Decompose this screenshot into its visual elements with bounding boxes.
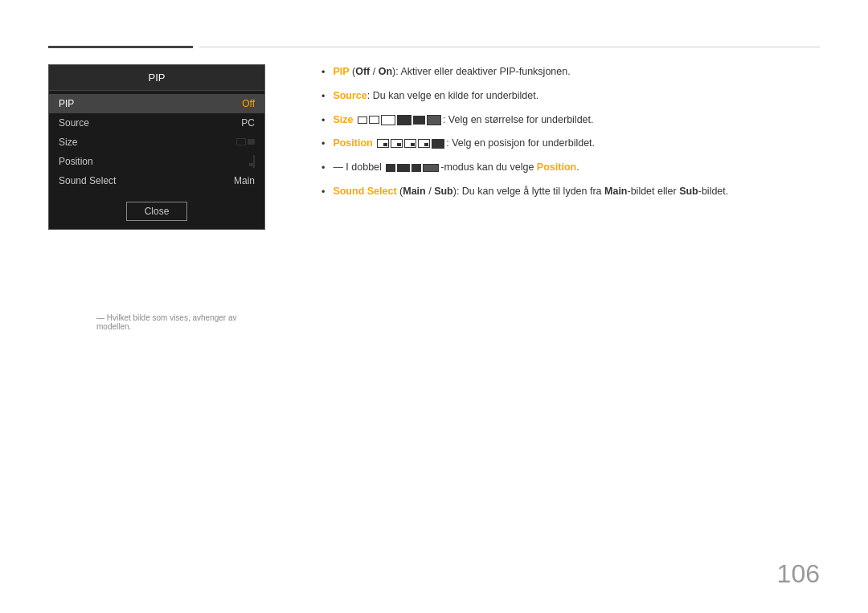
pip-menu: PIP Off Source PC Size [49, 91, 264, 194]
size-box-2 [369, 116, 379, 124]
bullet-source: Source: Du kan velge en kilde for underb… [321, 88, 820, 104]
size-icon-active [248, 139, 255, 145]
pos-icon-2 [391, 139, 403, 148]
bullet-size-text: Size : Velg en størrelse for underbildet… [333, 112, 593, 128]
bullet-position-text: Position : Velg en posisjon for underbil… [333, 136, 595, 151]
bullet-list: PIP (Off / On): Aktiver eller deaktiver … [321, 64, 820, 200]
divider-right [199, 47, 820, 47]
footnote: ― Hvilket bilde som vises, avhenger av m… [96, 313, 273, 331]
pip-item-label: PIP [59, 98, 74, 109]
page-container: PIP PIP Off Source PC Size [0, 0, 868, 613]
size-box-6 [427, 115, 441, 125]
top-divider [48, 47, 820, 47]
size-box-1 [358, 116, 367, 124]
bullet-position-double: ― I dobbel -modus kan du velge Position. [321, 160, 820, 176]
position-bold-ref: Position [537, 161, 576, 173]
pip-menu-item-size[interactable]: Size [49, 133, 264, 152]
dbl-icon-4 [423, 164, 439, 172]
pos-icon-3 [404, 139, 416, 148]
close-button[interactable]: Close [126, 202, 188, 221]
bullet-pip-text: PIP (Off / On): Aktiver eller deaktiver … [333, 64, 570, 80]
left-panel: PIP PIP Off Source PC Size [48, 64, 273, 230]
sub-label: Sub [434, 186, 453, 197]
position-item-value [253, 156, 255, 167]
sound-item-value: Main [234, 175, 255, 186]
size-inline-icons [358, 115, 441, 125]
pip-menu-item-sound[interactable]: Sound Select Main [49, 171, 264, 190]
bullet-size: Size : Velg en størrelse for underbildet… [321, 112, 820, 129]
bullet-pip: PIP (Off / On): Aktiver eller deaktiver … [321, 64, 820, 80]
source-item-value: PC [241, 117, 255, 129]
sound-select-label: Sound Select [333, 186, 396, 197]
divider-left [48, 46, 193, 48]
right-panel: PIP (Off / On): Aktiver eller deaktiver … [321, 64, 820, 208]
bullet-sound-text: Sound Select (Main / Sub): Du kan velge … [333, 184, 728, 199]
pip-dialog-title: PIP [49, 65, 264, 91]
source-label: Source [333, 90, 366, 101]
size-box-3 [381, 115, 395, 125]
size-box-5 [413, 116, 425, 125]
page-number: 106 [777, 559, 820, 589]
dbl-icon-1 [386, 164, 395, 172]
bullet-position-double-text: ― I dobbel -modus kan du velge Position. [333, 160, 579, 175]
pos-icon-5 [432, 139, 444, 149]
size-item-label: Size [59, 137, 77, 148]
size-label: Size [333, 114, 353, 125]
pip-menu-item-position[interactable]: Position [49, 152, 264, 171]
position-item-label: Position [59, 156, 93, 167]
pip-dialog: PIP PIP Off Source PC Size [48, 64, 265, 230]
sub-ref: Sub [679, 186, 698, 197]
pip-menu-item-pip[interactable]: PIP Off [49, 94, 264, 113]
off-label: Off [355, 66, 370, 77]
pip-close-row: Close [49, 194, 264, 229]
bullet-sound-select: Sound Select (Main / Sub): Du kan velge … [321, 184, 820, 200]
double-icons [386, 164, 439, 172]
main-label: Main [403, 186, 425, 197]
dbl-icon-3 [411, 164, 421, 172]
source-item-label: Source [59, 117, 89, 129]
bullet-source-text: Source: Du kan velge en kilde for underb… [333, 88, 538, 104]
main-ref: Main [604, 186, 627, 197]
sound-item-label: Sound Select [59, 175, 116, 186]
size-icon-1 [236, 138, 246, 145]
bullet-position: Position : Velg en posisjon for underbil… [321, 136, 820, 152]
pos-icon-1 [377, 139, 389, 148]
size-item-value [236, 137, 255, 148]
on-label: On [379, 66, 392, 77]
size-box-4 [397, 115, 411, 125]
position-label: Position [333, 137, 372, 149]
size-icons [236, 138, 255, 145]
pos-icon-4 [418, 139, 430, 148]
pip-item-value: Off [242, 98, 255, 109]
pip-label: PIP [333, 66, 349, 77]
position-icon [253, 155, 255, 168]
dbl-icon-2 [397, 164, 410, 172]
pip-menu-item-source[interactable]: Source PC [49, 113, 264, 133]
position-inline-icons [377, 139, 444, 149]
